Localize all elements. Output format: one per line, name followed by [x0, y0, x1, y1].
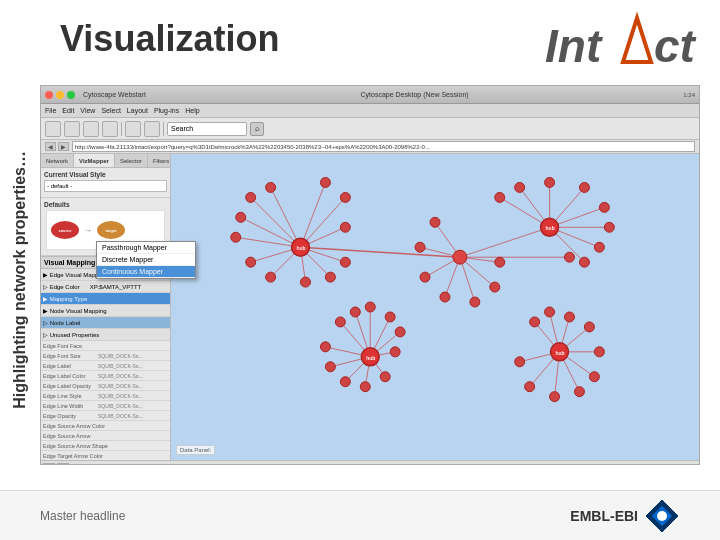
data-panel-btn-1[interactable]: [43, 463, 55, 465]
vmb-row-node-label[interactable]: ▷ Node Label: [41, 317, 170, 329]
svg-point-71: [515, 182, 525, 192]
toolbar-btn-5[interactable]: [125, 121, 141, 137]
data-panel-label: Data Panel:: [176, 445, 215, 455]
vmb-row-2[interactable]: ▷ Edge Color XP:$AMTA_VPTTT: [41, 281, 170, 293]
prop-edge-label-opacity: Edge Label Opacity SQUIB_DOCK-So...: [41, 381, 170, 391]
cytoscape-toolbar: ⌕: [41, 118, 699, 140]
svg-point-103: [589, 372, 599, 382]
svg-point-67: [266, 272, 276, 282]
vertical-label: Highlighting network properties…: [5, 100, 35, 460]
search-button[interactable]: ⌕: [250, 122, 264, 136]
svg-point-66: [301, 277, 311, 287]
svg-point-76: [594, 242, 604, 252]
tab-vizmapper[interactable]: VizMapper: [74, 154, 115, 167]
svg-point-77: [579, 257, 589, 267]
svg-point-75: [604, 222, 614, 232]
cytoscape-window[interactable]: Cytoscape Webstart Cytoscape Desktop (Ne…: [40, 85, 700, 465]
search-input[interactable]: [167, 122, 247, 136]
toolbar-separator: [121, 122, 122, 136]
prop-edge-line-width: Edge Line Width SQUIB_DOCK-So...: [41, 401, 170, 411]
svg-point-85: [495, 257, 505, 267]
menu-help[interactable]: Help: [185, 107, 199, 114]
svg-point-69: [231, 232, 241, 242]
embl-ebi-diamond: [644, 498, 680, 534]
svg-point-79: [430, 217, 440, 227]
svg-point-94: [360, 382, 370, 392]
svg-point-78: [495, 192, 505, 202]
dropdown-discrete[interactable]: Discrete Mapper: [97, 254, 195, 266]
window-controls[interactable]: [45, 91, 75, 99]
arrow-indicator: →: [84, 226, 92, 235]
svg-point-101: [584, 322, 594, 332]
svg-point-61: [320, 177, 330, 187]
svg-line-16: [460, 227, 550, 257]
svg-point-114: [657, 511, 667, 521]
vmb-row-unused[interactable]: ▷ Unused Properties: [41, 329, 170, 341]
svg-point-62: [340, 192, 350, 202]
svg-point-80: [415, 242, 425, 252]
prop-edge-font-size: Edge Font Size SQUIB_DOCK-So...: [41, 351, 170, 361]
cytoscape-main: Network VizMapper Selector Filters Curre…: [41, 154, 699, 460]
prop-edge-src-arrow: Edge Source Arrow: [41, 431, 170, 441]
network-svg: hub hub hub hub: [171, 154, 699, 460]
vmb-row-mapping-type[interactable]: ▶ Mapping Type: [41, 293, 170, 305]
svg-point-87: [335, 317, 345, 327]
svg-point-72: [545, 177, 555, 187]
menu-layout[interactable]: Layout: [127, 107, 148, 114]
svg-text:hub: hub: [556, 350, 565, 356]
tab-selector[interactable]: Selector: [115, 154, 148, 167]
clock: 1:24: [683, 92, 695, 98]
forward-button[interactable]: ▶: [58, 142, 69, 151]
dropdown-passthrough[interactable]: Passthrough Mapper: [97, 242, 195, 254]
maximize-button[interactable]: [67, 91, 75, 99]
network-view[interactable]: hub hub hub hub Data Panel:: [171, 154, 699, 460]
svg-point-82: [440, 292, 450, 302]
svg-text:Int: Int: [545, 20, 603, 72]
menu-edit[interactable]: Edit: [62, 107, 74, 114]
url-input[interactable]: [72, 141, 695, 152]
toolbar-separator-2: [163, 122, 164, 136]
menu-select[interactable]: Select: [101, 107, 120, 114]
dropdown-continuous[interactable]: Continuous Mapper: [97, 266, 195, 278]
svg-point-74: [599, 202, 609, 212]
svg-point-65: [325, 272, 335, 282]
window-title: Cytoscape Webstart: [83, 91, 146, 98]
svg-point-64: [340, 257, 350, 267]
cytoscape-menubar[interactable]: File Edit View Select Layout Plug-ins He…: [41, 104, 699, 118]
toolbar-btn-4[interactable]: [102, 121, 118, 137]
svg-point-63: [340, 222, 350, 232]
svg-point-68: [246, 257, 256, 267]
svg-point-86: [565, 252, 575, 262]
data-panel-buttons[interactable]: [43, 463, 69, 465]
svg-point-97: [320, 342, 330, 352]
toolbar-btn-1[interactable]: [45, 121, 61, 137]
minimize-button[interactable]: [56, 91, 64, 99]
vmb-row-node-visual[interactable]: ▶ Node Visual Mapping: [41, 305, 170, 317]
target-node: target: [97, 221, 125, 239]
toolbar-btn-2[interactable]: [64, 121, 80, 137]
panel-tabs[interactable]: Network VizMapper Selector Filters: [41, 154, 170, 168]
data-panel-header: ID: [43, 463, 697, 465]
data-panel-btn-2[interactable]: [57, 463, 69, 465]
mapping-type-dropdown[interactable]: Passthrough Mapper Discrete Mapper Conti…: [96, 241, 196, 279]
slide: Visualization Int ct Highlighting networ…: [0, 0, 720, 540]
back-button[interactable]: ◀: [45, 142, 56, 151]
visual-style-box[interactable]: - default -: [44, 180, 167, 192]
menu-view[interactable]: View: [80, 107, 95, 114]
svg-text:ct: ct: [654, 20, 697, 72]
nav-buttons[interactable]: ◀ ▶: [45, 142, 69, 151]
tab-filters[interactable]: Filters: [148, 154, 171, 167]
menu-file[interactable]: File: [45, 107, 56, 114]
svg-point-93: [380, 372, 390, 382]
prop-edge-font-face: Edge Font Face: [41, 341, 170, 351]
toolbar-btn-3[interactable]: [83, 121, 99, 137]
prop-edge-line-style: Edge Line Style SQUIB_DOCK-So...: [41, 391, 170, 401]
svg-point-99: [545, 307, 555, 317]
close-button[interactable]: [45, 91, 53, 99]
embl-ebi-logo: EMBL-EBI: [570, 498, 680, 534]
menu-plugins[interactable]: Plug-ins: [154, 107, 179, 114]
svg-point-102: [594, 347, 604, 357]
prop-edge-label-color: Edge Label Color SQUIB_DOCK-So...: [41, 371, 170, 381]
toolbar-btn-6[interactable]: [144, 121, 160, 137]
tab-network[interactable]: Network: [41, 154, 74, 167]
